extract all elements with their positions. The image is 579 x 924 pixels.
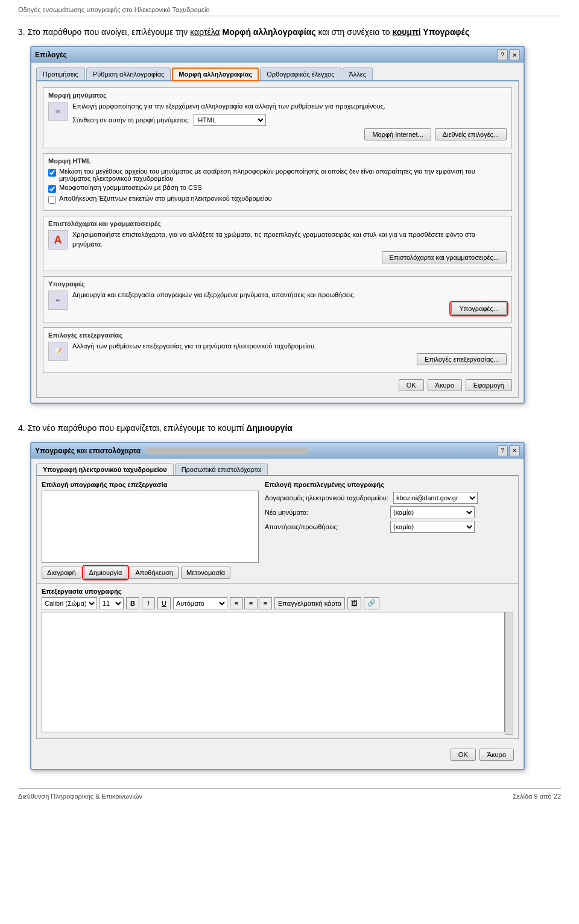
dialog2-content: Υπογραφή ηλεκτρονικού ταχυδρομείου Προσω… [31,459,524,769]
rename-sig-button[interactable]: Μετονομασία [181,567,230,579]
insert-link-button[interactable]: 🔗 [364,597,379,609]
new-messages-label: Νέα μηνύματα: [265,509,385,516]
dialog2-titlebar: Υπογραφές και επιστολόχαρτα ████████████… [31,443,524,459]
stationery-button[interactable]: Επιστολόχαρτα και γραμματοσειρές... [382,251,507,263]
stationery-desc: Χρησιμοποιήστε επιστολόχαρτα, για να αλλ… [72,231,475,247]
tab-preferences[interactable]: Προτιμήσεις [36,68,85,80]
step3-tab-underlined: καρτέλα [190,27,220,37]
stationery-row: A Χρησιμοποιήστε επιστολόχαρτα, για να α… [48,230,507,263]
create-sig-button[interactable]: Δημιουργία [84,567,128,579]
save-sig-button[interactable]: Αποθήκευση [130,567,178,579]
tab-spelling[interactable]: Ορθογραφικός έλεγχος [260,68,341,80]
dialog2-tab-strip: Υπογραφή ηλεκτρονικού ταχυδρομείου Προσω… [36,464,519,476]
align-center-button[interactable]: ≡ [244,597,258,609]
tab-other[interactable]: Άλλες [343,68,373,80]
message-format-btn-row: Μορφή Internet... Διεθνείς επιλογές... [72,128,507,140]
business-card-button[interactable]: Επαγγελματική κάρτα [274,597,345,609]
dialog1-ok-button[interactable]: OK [399,379,424,391]
international-options-button[interactable]: Διεθνείς επιλογές... [435,128,507,140]
italic-button[interactable]: I [142,597,155,609]
dialog1-apply-button[interactable]: Εφαρμογή [466,379,512,391]
cb1-checkbox[interactable] [48,169,56,177]
dialog1-bottom-buttons: OK Άκυρο Εφαρμογή [43,379,512,391]
dialog2-ok-button[interactable]: ΟΚ [451,749,476,761]
dialog2-right-col: Επιλογή προεπιλεγμένης υπογραφής Δογαρια… [265,481,513,579]
dialog1-cancel-button[interactable]: Άκυρο [428,379,462,391]
new-messages-select[interactable]: (καμία) [390,506,475,518]
default-sig-title: Επιλογή προεπιλεγμένης υπογραφής [265,481,513,488]
editor-options-button[interactable]: Επιλογές επεξεργασίας... [417,353,507,365]
align-buttons: ≡ ≡ ≡ [230,597,272,609]
align-right-button[interactable]: ≡ [259,597,272,609]
group-message-format: Μορφή μηνύματος ✉ Επιλογή μορφοποίησης γ… [43,87,512,148]
group-stationery: Επιστολόχαρτα και γραμματοσειρές A Χρησι… [43,216,512,271]
cb2-checkbox[interactable] [48,185,56,193]
group-editor-options: Επιλογές επεξεργασίας 📝 Αλλαγή των ρυθμί… [43,327,512,373]
group-stationery-title: Επιστολόχαρτα και γραμματοσειρές [48,220,507,227]
footer-right: Σελίδα 9 από 22 [513,793,561,800]
compose-label: Σύνθεση σε αυτήν τη μορφή μηνύματος: [72,116,190,125]
font-select[interactable]: Calibri (Σώμα) [42,597,97,609]
step4-bold: Δημιουργία [246,423,293,433]
delete-sig-button[interactable]: Διαγραφή [42,567,81,579]
tab-mail-format[interactable]: Μορφή αλληλογραφίας [172,68,259,81]
stationery-icon: A [48,230,68,250]
tab-mail-setup[interactable]: Ρύθμιση αλληλογραφίας [86,68,171,80]
dialog1: Επιλογές ? ✕ Προτιμήσεις Ρύθμιση αλληλογ… [30,46,525,404]
group-message-format-row: ✉ Επιλογή μορφοποίησης για την εξερχόμεν… [48,102,507,140]
internet-format-button[interactable]: Μορφή Internet... [364,128,431,140]
replies-row: Απαντήσεις/προωθήσεις: (καμία) [265,521,513,533]
titlebar-buttons: ? ✕ [497,49,520,60]
dialog2-cancel-button[interactable]: Άκυρο [479,749,514,761]
dialog2-blurred-title: ████████████████████████████████ [147,448,308,454]
cb3-checkbox[interactable] [48,196,56,204]
dialog2-close-button[interactable]: ✕ [509,445,520,456]
sig-action-buttons: Διαγραφή Δημιουργία Αποθήκευση Μετονομασ… [42,567,259,579]
cb1-row: Μείωση του μεγέθους αρχείου του μηνύματο… [48,168,507,182]
color-select[interactable]: Αυτόματο [173,597,227,609]
signatures-button[interactable]: Υπογραφές... [451,303,507,315]
dialog2: Υπογραφές και επιστολόχαρτα ████████████… [30,442,525,770]
compose-select[interactable]: HTML [194,114,266,126]
dialog2-left-col: Επιλογή υπογραφής προς επεξεργασία Διαγρ… [42,481,259,579]
dialog1-titlebar: Επιλογές ? ✕ [31,47,524,63]
editor-options-text: Αλλαγή των ρυθμίσεων επεξεργασίας για τα… [72,342,507,365]
editor-options-desc: Αλλαγή των ρυθμίσεων επεξεργασίας για τα… [72,342,316,350]
step3-text1: 3. Στο παράθυρο που ανοίγει, επιλέγουμε … [18,27,190,37]
group-signatures: Υπογραφές ✒ Δημιουργία και επεξεργασία υ… [43,276,512,322]
cb2-label: Μορφοποίηση γραμματοσειρών με βάση το CS… [59,184,202,191]
bold-button[interactable]: B [126,597,139,609]
step3-title: 3. Στο παράθυρο που ανοίγει, επιλέγουμε … [18,26,561,39]
step4-title: 4. Στο νέο παράθυρο που εμφανίζεται, επι… [18,422,561,435]
email-account-label: Δογαριασμός ηλεκτρονικού ταχυδρομείου: [265,494,388,501]
email-account-select[interactable]: kbozini@damt.gov.gr [393,492,478,504]
dialog1-panel: Μορφή μηνύματος ✉ Επιλογή μορφοποίησης γ… [36,81,519,398]
align-left-button[interactable]: ≡ [230,597,243,609]
signature-list[interactable] [42,491,259,563]
cb1-label: Μείωση του μεγέθους αρχείου του μηνύματο… [59,168,507,182]
message-format-icon: ✉ [48,102,68,121]
step3-bold2: κουμπί [392,27,420,37]
page-header: Οδηγός ενσωμάτωσης υπογραφής στο Ηλεκτρο… [18,6,561,16]
page-container: Οδηγός ενσωμάτωσης υπογραφής στο Ηλεκτρο… [0,0,579,812]
dialog2-titlebar-buttons: ? ✕ [497,445,520,456]
sig-editor-scrollbar[interactable] [505,612,513,735]
step4-text: 4. Στο νέο παράθυρο που εμφανίζεται, επι… [18,423,246,433]
dialog2-bottom-buttons: ΟΚ Άκυρο [36,745,519,764]
sig-editor-area[interactable] [42,612,505,732]
sig-editor-section: Επεξεργασία υπογραφής Calibri (Σώμα) 11 … [36,584,519,739]
replies-select[interactable]: (καμία) [390,521,475,533]
tab2-email-sig[interactable]: Υπογραφή ηλεκτρονικού ταχυδρομείου [36,464,174,475]
close-button[interactable]: ✕ [509,49,520,60]
stationery-text: Χρησιμοποιήστε επιστολόχαρτα, για να αλλ… [72,230,507,263]
insert-image-button[interactable]: 🖼 [347,597,361,609]
editor-options-icon: 📝 [48,342,68,361]
help-button[interactable]: ? [497,49,508,60]
underline-button[interactable]: U [157,597,171,609]
cb3-row: Αποθήκευση Έξυπνων ετικετών στο μήνυμα η… [48,195,507,204]
font-size-select[interactable]: 11 [100,597,124,609]
replies-label: Απαντήσεις/προωθήσεις: [265,523,385,530]
tab2-personal-stationery[interactable]: Προσωπικά επιστολόχαρτα [175,464,268,475]
dialog2-help-button[interactable]: ? [497,445,508,456]
signatures-desc: Δημιουργία και επεξεργασία υπογραφών για… [72,291,356,298]
